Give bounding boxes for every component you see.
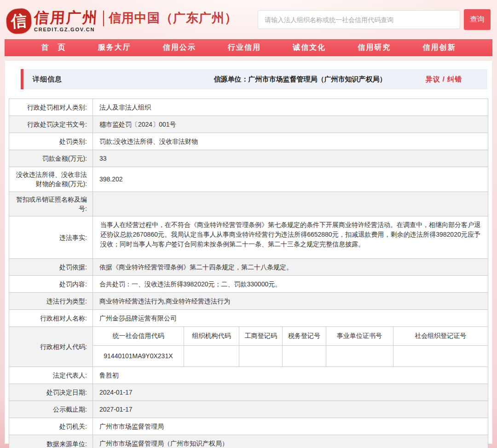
row-decision-doc-number: 行政处罚决定书文号: 穗市监处罚〔2024〕001号 [9, 116, 488, 133]
detail-card: 详细信息 信源单位：广州市市场监督管理局（广州市知识产权局） 异议 / 纠错 行… [5, 60, 492, 444]
row-fine-amount: 罚款金额(万元): 33 [9, 150, 488, 167]
row-penalty-authority: 处罚机关: 广州市市场监督管理局 [9, 418, 488, 435]
row-label: 处罚类别: [9, 133, 93, 150]
codes-val-uscc: 91440101MA9Y0X231X [93, 345, 184, 367]
row-value: 穗市监处罚〔2024〕001号 [93, 116, 488, 133]
codes-col-tax-reg: 税务登记号 [283, 327, 326, 345]
row-value: 广州市市场监督管理局（广州市知识产权局） [93, 435, 488, 448]
row-value: 商业特许经营违法行为,商业特许经营违法行为 [93, 293, 488, 309]
row-label: 暂扣或吊销证照名称及编号: [9, 192, 93, 216]
row-value [93, 192, 488, 216]
row-label: 法定代表人: [9, 367, 93, 384]
codes-value-row: 91440101MA9Y0X231X [93, 345, 488, 367]
codes-table-wrap: 统一社会信用代码 组织机构代码 工商登记码 税务登记号 事业单位证书号 社会组织… [93, 327, 488, 367]
row-data-source-unit: 数据来源单位: 广州市市场监督管理局（广州市知识产权局） [9, 435, 488, 448]
codes-header-row: 统一社会信用代码 组织机构代码 工商登记码 税务登记号 事业单位证书号 社会组织… [93, 327, 488, 345]
logo-brand-text: 信用广州 [34, 10, 99, 25]
row-violation-type: 违法行为类型: 商业特许经营违法行为,商业特许经营违法行为 [9, 293, 488, 310]
codes-col-social-org-cert: 社会组织登记证号 [393, 327, 488, 345]
row-label: 行政处罚决定书文号: [9, 116, 93, 133]
row-value: 广州市市场监督管理局 [93, 418, 488, 435]
codes-table: 统一社会信用代码 组织机构代码 工商登记码 税务登记号 事业单位证书号 社会组织… [93, 327, 488, 367]
row-confiscated-amount: 没收违法所得、没收非法财物的金额(万元): 398.202 [9, 167, 488, 192]
main-nav: 首 页 服务大厅 信用公示 行业信用 诚信文化 信用研究 信用创新 [5, 39, 492, 56]
logo-text-block: 信用广州 CREDIT.GZ.GOV.CN [34, 6, 98, 32]
row-label: 违法行为类型: [9, 293, 93, 309]
dispute-correction-link[interactable]: 异议 / 纠错 [425, 75, 462, 84]
nav-item-service-hall[interactable]: 服务大厅 [98, 43, 131, 52]
row-label: 行政处罚相对人类别: [9, 99, 93, 116]
nav-item-credit-publicity[interactable]: 信用公示 [163, 43, 196, 52]
codes-col-uscc: 统一社会信用代码 [93, 327, 184, 345]
nav-item-industry-credit[interactable]: 行业信用 [228, 43, 261, 52]
row-label: 处罚依据: [9, 259, 93, 275]
penalty-detail-table: 行政处罚相对人类别: 法人及非法人组织 行政处罚决定书文号: 穗市监处罚〔202… [9, 99, 488, 448]
codes-col-org-code: 组织机构代码 [184, 327, 239, 345]
row-penalty-basis: 处罚依据: 依据《商业特许经营管理条例》第二十四条规定，第二十八条规定。 [9, 259, 488, 276]
search-input[interactable] [258, 10, 460, 29]
row-party-category: 行政处罚相对人类别: 法人及非法人组织 [9, 99, 488, 116]
row-value: 鲁胜初 [93, 367, 488, 384]
row-value: 2024-01-17 [93, 384, 488, 401]
logo-divider [103, 11, 104, 26]
nav-item-credit-research[interactable]: 信用研究 [358, 43, 391, 52]
row-label: 处罚机关: [9, 418, 93, 435]
logo-domain-text: CREDIT.GZ.GOV.CN [34, 27, 98, 32]
row-label: 行政相对人代码: [9, 327, 93, 367]
codes-val-social-org-cert [393, 345, 488, 367]
row-party-name: 行政相对人名称: 广州金莎品牌运营有限公司 [9, 310, 488, 327]
codes-col-institution-cert: 事业单位证书号 [326, 327, 393, 345]
nav-item-credit-innovation[interactable]: 信用创新 [422, 43, 456, 52]
row-label: 处罚内容: [9, 276, 93, 292]
row-label: 处罚决定日期: [9, 384, 93, 401]
logo-seal-icon: 信 [6, 8, 32, 35]
red-accent-bar [21, 69, 23, 89]
codes-val-org-code [184, 345, 239, 367]
page-title: 详细信息 [33, 75, 62, 84]
codes-val-tax-reg [283, 345, 326, 367]
nav-item-home[interactable]: 首 页 [41, 43, 66, 52]
row-value: 33 [93, 150, 488, 167]
row-publicity-deadline: 公示截止期: 2027-01-17 [9, 401, 488, 418]
row-value: 当事人在经营过程中，在不符合《商业特许经营管理条例》第七条规定的条件下开展商业特… [93, 216, 488, 258]
row-value: 2027-01-17 [93, 401, 488, 418]
row-label: 没收违法所得、没收非法财物的金额(万元): [9, 167, 93, 192]
row-value: 398.202 [93, 167, 488, 192]
row-value: 罚款;没收违法所得、没收非法财物 [93, 133, 488, 150]
row-value: 广州金莎品牌运营有限公司 [93, 310, 488, 326]
codes-val-institution-cert [326, 345, 393, 367]
search-bar: 查询 [258, 9, 491, 30]
row-value: 合共处罚：一、没收违法所得3982020元；二、罚款330000元。 [93, 276, 488, 292]
site-header: 信 信用广州 CREDIT.GZ.GOV.CN 信用中国（广东广州） 查询 [0, 0, 497, 39]
row-value: 依据《商业特许经营管理条例》第二十四条规定，第二十八条规定。 [93, 259, 488, 275]
detail-header-bar: 详细信息 信源单位：广州市市场监督管理局（广州市知识产权局） 异议 / 纠错 [21, 69, 487, 89]
row-illegal-facts: 违法事实: 当事人在经营过程中，在不符合《商业特许经营管理条例》第七条规定的条件… [9, 216, 488, 259]
row-penalty-content: 处罚内容: 合共处罚：一、没收违法所得3982020元；二、罚款330000元。 [9, 276, 488, 293]
row-party-codes: 行政相对人代码: 统一社会信用代码 组织机构代码 工商登记码 税务登记号 事业单… [9, 327, 488, 367]
site-logo[interactable]: 信 信用广州 CREDIT.GZ.GOV.CN 信用中国（广东广州） [6, 6, 237, 34]
site-title: 信用中国（广东广州） [109, 10, 237, 26]
row-suspended-license: 暂扣或吊销证照名称及编号: [9, 192, 488, 217]
row-decision-date: 处罚决定日期: 2024-01-17 [9, 384, 488, 401]
codes-val-business-reg [239, 345, 282, 367]
row-value: 法人及非法人组织 [93, 99, 488, 116]
search-button[interactable]: 查询 [464, 9, 491, 30]
source-unit-label: 信源单位：广州市市场监督管理局（广州市知识产权局） [214, 75, 386, 84]
row-label: 行政相对人名称: [9, 310, 93, 326]
row-label: 公示截止期: [9, 401, 93, 418]
codes-col-business-reg: 工商登记码 [239, 327, 282, 345]
row-legal-representative: 法定代表人: 鲁胜初 [9, 367, 488, 384]
nav-item-integrity-culture[interactable]: 诚信文化 [293, 43, 326, 52]
row-penalty-category: 处罚类别: 罚款;没收违法所得、没收非法财物 [9, 133, 488, 150]
row-label: 数据来源单位: [9, 435, 93, 448]
row-label: 违法事实: [9, 216, 93, 258]
row-label: 罚款金额(万元): [9, 150, 93, 167]
